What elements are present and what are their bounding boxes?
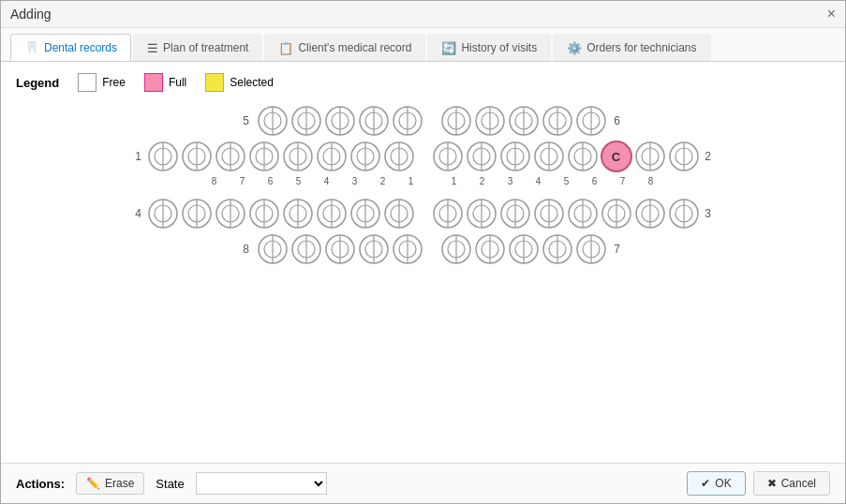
tooth-48[interactable] (147, 198, 179, 230)
tooth-22[interactable] (466, 141, 497, 172)
tooth-47[interactable] (181, 198, 213, 230)
tooth-25[interactable] (567, 141, 599, 172)
tooth-35[interactable] (567, 198, 599, 230)
tooth-51[interactable] (392, 105, 423, 137)
tooth-13[interactable] (316, 141, 348, 172)
tooth-11[interactable] (383, 141, 415, 172)
num-4-left: 4 (314, 176, 340, 186)
tooth-12[interactable] (349, 141, 381, 172)
tooth-44[interactable] (282, 198, 314, 230)
num-6-right: 6 (582, 176, 608, 186)
label-5: 5 (238, 114, 255, 127)
tooth-41[interactable] (383, 198, 415, 230)
legend-free-label: Free (102, 76, 126, 89)
q-label-4: 4 (130, 207, 147, 220)
erase-label: Erase (105, 477, 134, 490)
tooth-46[interactable] (215, 198, 246, 230)
tooth-31[interactable] (432, 198, 464, 230)
tooth-16[interactable] (215, 141, 246, 172)
tooth-61[interactable] (440, 105, 472, 137)
tooth-73[interactable] (508, 233, 540, 265)
history-icon: 🔄 (441, 41, 456, 55)
num-4-right: 4 (526, 176, 552, 186)
primary-lower-row: 8 7 (221, 233, 626, 265)
tooth-75[interactable] (575, 233, 607, 265)
tooth-42[interactable] (349, 198, 381, 230)
tooth-34[interactable] (533, 198, 565, 230)
tab-dental-records[interactable]: 🦷 Dental records (10, 34, 131, 61)
erase-button[interactable]: ✏️ Erase (76, 472, 144, 495)
close-button[interactable]: × (827, 7, 836, 22)
tooth-53[interactable] (324, 105, 356, 137)
legend-selected-box (205, 73, 224, 92)
tooth-43[interactable] (316, 198, 348, 230)
legend-free: Free (78, 73, 126, 92)
tab-orders-label: Orders for technicians (586, 41, 696, 54)
legend-full-box (144, 73, 163, 92)
tooth-74[interactable] (542, 233, 573, 265)
tooth-33[interactable] (499, 198, 531, 230)
q-label-3: 3 (700, 207, 717, 220)
tooth-15[interactable] (248, 141, 280, 172)
dialog-title: Adding (10, 7, 52, 22)
tooth-65[interactable] (575, 105, 607, 137)
tooth-24[interactable] (533, 141, 565, 172)
tooth-17[interactable] (181, 141, 213, 172)
plan-icon: ☰ (147, 41, 158, 55)
tooth-72[interactable] (474, 233, 506, 265)
tab-dental-label: Dental records (44, 41, 117, 54)
ok-button[interactable]: ✔ OK (687, 471, 745, 496)
tab-orders[interactable]: ⚙️ Orders for technicians (553, 34, 710, 61)
num-7-left: 7 (230, 176, 256, 186)
tooth-26[interactable]: C (601, 141, 632, 172)
dialog: Adding × 🦷 Dental records ☰ Plan of trea… (0, 0, 846, 504)
tooth-38[interactable] (668, 198, 700, 230)
tab-history-label: History of visits (461, 41, 537, 54)
tooth-21[interactable] (432, 141, 464, 172)
tooth-45[interactable] (248, 198, 280, 230)
footer-buttons: ✔ OK ✖ Cancel (687, 471, 830, 496)
legend-area: Legend Free Full Selected (16, 73, 830, 92)
tooth-62[interactable] (474, 105, 506, 137)
ok-label: OK (715, 477, 731, 490)
tooth-54[interactable] (290, 105, 322, 137)
tooth-32[interactable] (466, 198, 497, 230)
num-6-left: 6 (258, 176, 284, 186)
tooth-23[interactable] (499, 141, 531, 172)
tooth-36[interactable] (601, 198, 632, 230)
label-7: 7 (609, 243, 626, 256)
tab-plan-label: Plan of treatment (163, 41, 248, 54)
tooth-84[interactable] (290, 233, 322, 265)
cancel-button[interactable]: ✖ Cancel (753, 471, 830, 496)
legend-full-label: Full (169, 76, 186, 89)
title-bar: Adding × (1, 1, 845, 28)
tooth-63[interactable] (508, 105, 540, 137)
tooth-71[interactable] (440, 233, 472, 265)
tooth-27[interactable] (634, 141, 666, 172)
state-select[interactable] (196, 472, 327, 495)
tooth-82[interactable] (358, 233, 390, 265)
tab-history-of-visits[interactable]: 🔄 History of visits (427, 34, 551, 61)
state-label: State (156, 477, 184, 491)
tooth-52[interactable] (358, 105, 390, 137)
content-area: Legend Free Full Selected 5 (1, 62, 845, 463)
tooth-85[interactable] (257, 233, 289, 265)
legend-selected: Selected (205, 73, 274, 92)
erase-icon: ✏️ (86, 477, 100, 490)
tooth-55[interactable] (257, 105, 289, 137)
tooth-81[interactable] (392, 233, 423, 265)
tooth-14[interactable] (282, 141, 314, 172)
tooth-28[interactable] (668, 141, 700, 172)
q-label-2: 2 (700, 150, 717, 163)
tooth-37[interactable] (634, 198, 666, 230)
perm-lower-row: 4 (130, 198, 717, 230)
tooth-18[interactable] (147, 141, 179, 172)
ok-icon: ✔ (701, 477, 710, 490)
num-2-right: 2 (469, 176, 496, 186)
orders-icon: ⚙️ (567, 41, 582, 55)
tooth-64[interactable] (542, 105, 573, 137)
dental-chart: 5 6 (16, 105, 830, 265)
tooth-83[interactable] (324, 233, 356, 265)
tab-plan-of-treatment[interactable]: ☰ Plan of treatment (133, 34, 262, 61)
tab-medical-record[interactable]: 📋 Client's medical record (264, 34, 425, 61)
